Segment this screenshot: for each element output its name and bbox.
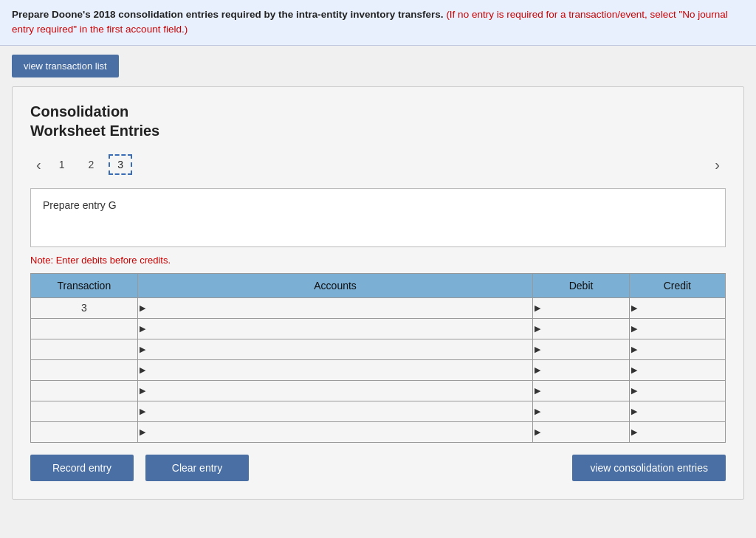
- accounts-cell[interactable]: ▶: [137, 401, 533, 421]
- col-header-debit: Debit: [533, 273, 629, 297]
- transaction-cell: [31, 359, 138, 380]
- accounts-arrow-icon: ▶: [140, 365, 145, 375]
- accounts-cell[interactable]: ▶: [137, 339, 533, 359]
- credit-cell[interactable]: ▶: [629, 401, 725, 421]
- transaction-cell: [31, 401, 138, 421]
- credit-arrow-icon: ▶: [631, 386, 637, 396]
- credit-input[interactable]: [630, 381, 725, 401]
- accounts-input[interactable]: [138, 381, 533, 401]
- transaction-cell: [31, 339, 138, 359]
- page-2[interactable]: 2: [79, 154, 103, 175]
- debit-input[interactable]: [533, 381, 628, 401]
- debit-arrow-icon: ▶: [535, 303, 540, 313]
- credit-cell[interactable]: ▶: [629, 318, 725, 339]
- debit-arrow-icon: ▶: [535, 427, 540, 437]
- debit-arrow-icon: ▶: [535, 386, 540, 396]
- credit-arrow-icon: ▶: [631, 345, 637, 354]
- transaction-cell: [31, 318, 138, 339]
- credit-cell[interactable]: ▶: [629, 380, 725, 401]
- next-arrow[interactable]: ›: [709, 154, 726, 176]
- debit-input[interactable]: [533, 401, 628, 421]
- credit-input[interactable]: [630, 401, 725, 421]
- pagination-row: ‹ 1 2 3 ›: [30, 154, 726, 176]
- bottom-buttons: Record entry Clear entry view consolidat…: [30, 455, 726, 481]
- accounts-input[interactable]: [138, 422, 533, 442]
- debit-cell[interactable]: ▶: [533, 380, 629, 401]
- debit-arrow-icon: ▶: [535, 407, 540, 416]
- entry-description-text: Prepare entry G: [43, 199, 117, 211]
- card-title: Consolidation Worksheet Entries: [30, 102, 726, 140]
- credit-arrow-icon: ▶: [631, 427, 637, 437]
- accounts-input[interactable]: [138, 401, 533, 421]
- table-row: ▶▶▶: [31, 401, 726, 421]
- accounts-cell[interactable]: ▶: [137, 297, 533, 318]
- debit-input[interactable]: [533, 298, 628, 318]
- journal-table: Transaction Accounts Debit Credit 3▶▶▶▶▶…: [30, 273, 726, 443]
- debit-input[interactable]: [533, 319, 628, 339]
- debit-input[interactable]: [533, 422, 628, 442]
- debit-cell[interactable]: ▶: [533, 421, 629, 442]
- transaction-cell: [31, 380, 138, 401]
- banner-bold-text: Prepare Doone's 2018 consolidation entri…: [12, 9, 444, 20]
- accounts-cell[interactable]: ▶: [137, 359, 533, 380]
- accounts-input[interactable]: [138, 298, 533, 318]
- debit-arrow-icon: ▶: [535, 324, 540, 334]
- credit-input[interactable]: [630, 339, 725, 359]
- top-banner: Prepare Doone's 2018 consolidation entri…: [0, 0, 756, 46]
- credit-cell[interactable]: ▶: [629, 339, 725, 359]
- accounts-input[interactable]: [138, 360, 533, 380]
- accounts-arrow-icon: ▶: [140, 386, 145, 396]
- accounts-cell[interactable]: ▶: [137, 318, 533, 339]
- main-card: Consolidation Worksheet Entries ‹ 1 2 3 …: [12, 86, 744, 500]
- page-3[interactable]: 3: [109, 154, 132, 175]
- credit-cell[interactable]: ▶: [629, 421, 725, 442]
- col-header-transaction: Transaction: [31, 273, 138, 297]
- debit-cell[interactable]: ▶: [533, 339, 629, 359]
- accounts-input[interactable]: [138, 339, 533, 359]
- view-consolidation-button[interactable]: view consolidation entries: [572, 455, 726, 481]
- credit-arrow-icon: ▶: [631, 303, 637, 313]
- debit-arrow-icon: ▶: [535, 365, 540, 375]
- credit-arrow-icon: ▶: [631, 324, 637, 334]
- table-row: ▶▶▶: [31, 380, 726, 401]
- accounts-arrow-icon: ▶: [140, 427, 145, 437]
- record-entry-button[interactable]: Record entry: [30, 455, 134, 481]
- debit-input[interactable]: [533, 360, 628, 380]
- accounts-arrow-icon: ▶: [140, 303, 145, 313]
- table-row: ▶▶▶: [31, 421, 726, 442]
- page-1[interactable]: 1: [50, 154, 74, 175]
- credit-cell[interactable]: ▶: [629, 297, 725, 318]
- credit-cell[interactable]: ▶: [629, 359, 725, 380]
- table-row: ▶▶▶: [31, 359, 726, 380]
- debit-cell[interactable]: ▶: [533, 401, 629, 421]
- debit-cell[interactable]: ▶: [533, 318, 629, 339]
- entry-description-box: Prepare entry G: [30, 188, 726, 247]
- table-row: 3▶▶▶: [31, 297, 726, 318]
- accounts-cell[interactable]: ▶: [137, 380, 533, 401]
- accounts-cell[interactable]: ▶: [137, 421, 533, 442]
- credit-input[interactable]: [630, 298, 725, 318]
- debit-arrow-icon: ▶: [535, 345, 540, 354]
- credit-input[interactable]: [630, 360, 725, 380]
- toolbar: view transaction list: [0, 46, 756, 86]
- transaction-cell: 3: [31, 297, 138, 318]
- debit-cell[interactable]: ▶: [533, 297, 629, 318]
- credit-input[interactable]: [630, 319, 725, 339]
- accounts-input[interactable]: [138, 319, 533, 339]
- col-header-credit: Credit: [629, 273, 725, 297]
- credit-input[interactable]: [630, 422, 725, 442]
- accounts-arrow-icon: ▶: [140, 324, 145, 334]
- prev-arrow[interactable]: ‹: [30, 154, 47, 176]
- accounts-arrow-icon: ▶: [140, 407, 145, 416]
- transaction-cell: [31, 421, 138, 442]
- clear-entry-button[interactable]: Clear entry: [145, 455, 249, 481]
- credit-arrow-icon: ▶: [631, 365, 637, 375]
- accounts-arrow-icon: ▶: [140, 345, 145, 354]
- credit-arrow-icon: ▶: [631, 407, 637, 416]
- col-header-accounts: Accounts: [137, 273, 533, 297]
- debit-input[interactable]: [533, 339, 628, 359]
- debit-cell[interactable]: ▶: [533, 359, 629, 380]
- view-transactions-button[interactable]: view transaction list: [12, 55, 119, 77]
- table-row: ▶▶▶: [31, 339, 726, 359]
- note-text: Note: Enter debits before credits.: [30, 255, 726, 266]
